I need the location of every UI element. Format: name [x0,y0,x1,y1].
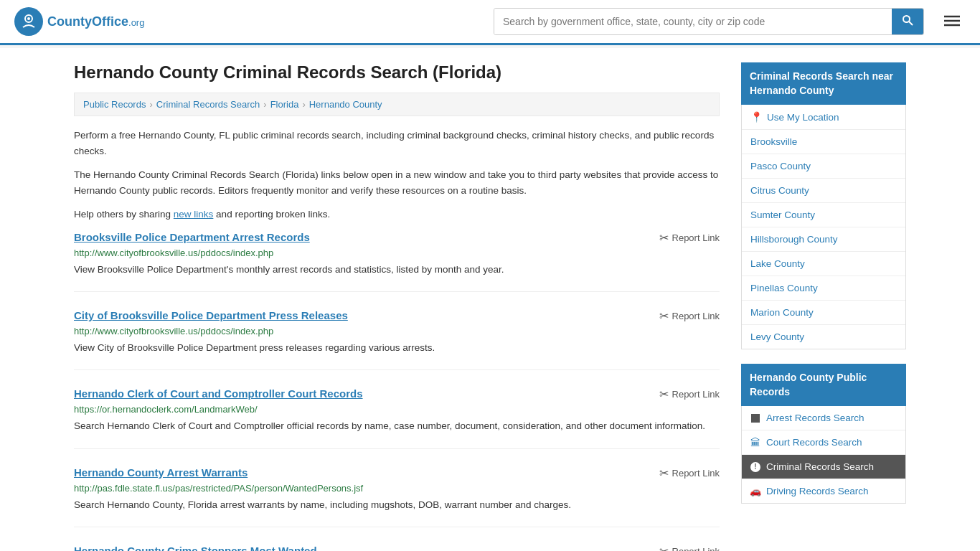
new-links-link[interactable]: new links [174,209,214,220]
report-link-label: Report Link [672,389,720,400]
sidebar-item-levy[interactable]: Levy County [742,325,905,349]
result-header: Hernando County Arrest Warrants ✂ Report… [74,466,720,480]
results-list: Brooksville Police Department Arrest Rec… [74,231,720,551]
result-header: Hernando County Crime Stoppers Most Want… [74,545,720,551]
use-location-label: Use My Location [767,112,839,123]
breadcrumb-florida[interactable]: Florida [270,99,299,110]
report-link-label: Report Link [672,546,720,551]
scissors-icon: ✂ [659,231,669,245]
sidebar-nearby-header: Criminal Records Search near Hernando Co… [741,62,906,105]
result-title[interactable]: Brooksville Police Department Arrest Rec… [74,231,310,243]
result-desc: View City of Brooksville Police Departme… [74,341,720,355]
report-link-button[interactable]: ✂ Report Link [659,466,720,480]
sidebar-item-pasco[interactable]: Pasco County [742,154,905,179]
page-title: Hernando County Criminal Records Search … [74,62,720,83]
sidebar-item-marion[interactable]: Marion County [742,301,905,325]
breadcrumb-public-records[interactable]: Public Records [83,99,146,110]
result-url[interactable]: https://or.hernandoclerk.com/LandmarkWeb… [74,404,720,415]
scissors-icon: ✂ [659,309,669,323]
content-area: Hernando County Criminal Records Search … [74,62,720,551]
report-link-label: Report Link [672,468,720,479]
sidebar-court-records[interactable]: 🏛 Court Records Search [742,430,905,455]
intro-text-2: The Hernando County Criminal Records Sea… [74,167,720,198]
exclamation-icon: ! [750,462,760,472]
result-item: Hernando County Arrest Warrants ✂ Report… [74,466,720,527]
result-url[interactable]: http://www.cityofbrooksville.us/pddocs/i… [74,248,720,258]
result-url[interactable]: http://pas.fdle.state.fl.us/pas/restrict… [74,483,720,494]
sidebar-use-location[interactable]: 📍 Use My Location [742,105,905,130]
report-link-button[interactable]: ✂ Report Link [659,231,720,245]
use-location-link[interactable]: 📍 Use My Location [742,105,905,129]
logo-icon [14,7,43,36]
main-container: Hernando County Criminal Records Search … [60,48,920,551]
svg-line-3 [909,22,913,25]
breadcrumb-sep3: › [302,99,305,110]
site-logo[interactable]: CountyOffice.org [14,7,144,36]
arrest-records-label: Arrest Records Search [766,413,864,423]
scissors-icon: ✂ [659,387,669,401]
sidebar-item-lake[interactable]: Lake County [742,252,905,276]
result-desc: Search Hernando Clerk of Court and Compt… [74,419,720,433]
intro3-suffix: and reporting broken links. [213,209,330,220]
search-input[interactable] [494,9,892,34]
breadcrumb: Public Records › Criminal Records Search… [74,93,720,116]
sidebar-driving-records[interactable]: 🚗 Driving Records Search [742,479,905,503]
result-item: City of Brooksville Police Department Pr… [74,309,720,370]
result-header: City of Brooksville Police Department Pr… [74,309,720,323]
sidebar-item-brooksville[interactable]: Brooksville [742,130,905,154]
sidebar-item-hillsborough[interactable]: Hillsborough County [742,227,905,252]
report-link-label: Report Link [672,232,720,243]
result-header: Brooksville Police Department Arrest Rec… [74,231,720,245]
result-url[interactable]: http://www.cityofbrooksville.us/pddocs/i… [74,326,720,336]
breadcrumb-criminal-records-search[interactable]: Criminal Records Search [156,99,260,110]
breadcrumb-sep1: › [149,99,152,110]
result-header: Hernando Clerk of Court and Comptroller … [74,387,720,401]
court-records-label: Court Records Search [766,437,862,448]
logo-text: CountyOffice.org [47,14,144,29]
scissors-icon: ✂ [659,466,669,480]
result-item: Hernando Clerk of Court and Comptroller … [74,387,720,448]
sidebar-criminal-records[interactable]: ! Criminal Records Search [742,455,905,479]
sidebar-public-records-header: Hernando County Public Records [741,364,906,406]
result-title[interactable]: Hernando County Arrest Warrants [74,466,248,479]
pin-icon: 📍 [750,111,763,123]
report-link-button[interactable]: ✂ Report Link [659,309,720,323]
svg-point-2 [903,16,910,22]
result-item: Hernando County Crime Stoppers Most Want… [74,545,720,551]
report-link-button[interactable]: ✂ Report Link [659,545,720,551]
sidebar-public-records-section: Hernando County Public Records Arrest Re… [741,364,906,504]
sidebar-nearby-list: 📍 Use My Location Brooksville Pasco Coun… [741,105,906,349]
sidebar-nearby-section: Criminal Records Search near Hernando Co… [741,62,906,349]
building-icon: 🏛 [750,438,760,448]
intro-text-3: Help others by sharing new links and rep… [74,207,720,222]
svg-point-1 [27,17,30,20]
result-title[interactable]: Hernando Clerk of Court and Comptroller … [74,387,363,400]
result-title[interactable]: Hernando County Crime Stoppers Most Want… [74,545,317,551]
search-button[interactable] [892,9,923,34]
sidebar-public-records-list: Arrest Records Search 🏛 Court Records Se… [741,406,906,504]
menu-button[interactable] [938,9,966,34]
breadcrumb-sep2: › [263,99,266,110]
square-icon [750,413,760,423]
scissors-icon: ✂ [659,545,669,551]
sidebar-item-pinellas[interactable]: Pinellas County [742,276,905,301]
report-link-button[interactable]: ✂ Report Link [659,387,720,401]
sidebar-item-sumter[interactable]: Sumter County [742,203,905,227]
car-icon: 🚗 [750,486,760,496]
breadcrumb-hernando-county[interactable]: Hernando County [309,99,382,110]
intro-text-1: Perform a free Hernando County, FL publi… [74,128,720,159]
result-desc: View Brooksville Police Department's mon… [74,263,720,277]
result-desc: Search Hernando County, Florida arrest w… [74,498,720,512]
search-bar [494,8,924,35]
report-link-label: Report Link [672,311,720,321]
driving-records-label: Driving Records Search [766,486,869,496]
sidebar: Criminal Records Search near Hernando Co… [741,62,906,551]
site-header: CountyOffice.org [0,0,980,45]
result-title[interactable]: City of Brooksville Police Department Pr… [74,309,348,321]
intro3-prefix: Help others by sharing [74,209,174,220]
criminal-records-label: Criminal Records Search [766,461,874,472]
sidebar-arrest-records[interactable]: Arrest Records Search [742,406,905,430]
sidebar-item-citrus[interactable]: Citrus County [742,179,905,203]
result-item: Brooksville Police Department Arrest Rec… [74,231,720,292]
